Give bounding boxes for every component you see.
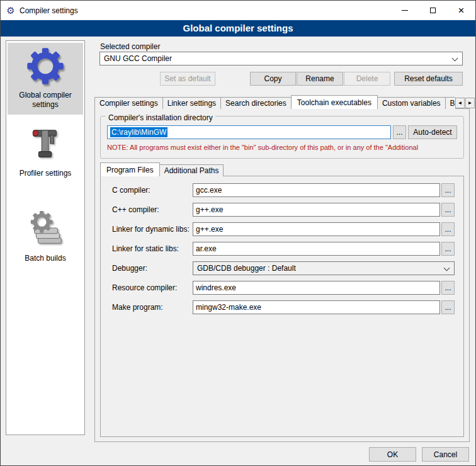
minimize-button[interactable] — [390, 1, 419, 20]
toolchain-executables-panel: Compiler's installation directory C:\ray… — [94, 108, 470, 442]
selected-compiler-label: Selected compiler — [100, 42, 160, 51]
cancel-button[interactable]: Cancel — [422, 447, 469, 462]
bin-subdirectory-note: NOTE: All programs must exist either in … — [107, 144, 418, 151]
installation-directory-group: Compiler's installation directory C:\ray… — [100, 111, 464, 159]
set-as-default-button: Set as default — [160, 72, 215, 86]
c-compiler-browse-button[interactable]: ... — [441, 183, 455, 197]
tab-scroll-left-icon[interactable]: ◄ — [455, 98, 465, 108]
form-row-debugger: Debugger: GDB/CDB debugger : Default — [112, 261, 455, 275]
auto-detect-button[interactable]: Auto-detect — [408, 125, 457, 139]
groupbox-title: Compiler's installation directory — [106, 113, 215, 122]
field-label: Linker for static libs: — [112, 244, 193, 253]
minimize-icon — [402, 10, 408, 11]
sidebar-item-label: Global compiler settings — [9, 91, 82, 110]
form-row-static-linker: Linker for static libs: ... — [112, 242, 455, 256]
form-row-make-program: Make program: ... — [112, 300, 455, 314]
close-icon: × — [458, 5, 465, 16]
install-dir-browse-button[interactable]: ... — [393, 125, 406, 139]
form-row-dynamic-linker: Linker for dynamic libs: ... — [112, 222, 455, 236]
field-label: C++ compiler: — [112, 205, 193, 214]
debugger-select-value: GDB/CDB debugger : Default — [197, 264, 296, 273]
reset-defaults-button[interactable]: Reset defaults — [394, 72, 463, 86]
tab-search-directories[interactable]: Search directories — [220, 97, 292, 109]
make-program-input[interactable] — [193, 300, 440, 314]
app-icon: ⚙ — [6, 5, 16, 16]
dynamic-libs-linker-input[interactable] — [193, 222, 440, 236]
chevron-down-icon — [452, 55, 458, 62]
cpp-compiler-browse-button[interactable]: ... — [441, 203, 455, 217]
tab-linker-settings[interactable]: Linker settings — [162, 97, 221, 109]
tab-custom-variables[interactable]: Custom variables — [377, 97, 446, 109]
blue-gear-icon — [26, 47, 65, 86]
static-libs-linker-input[interactable] — [193, 242, 440, 256]
subtab-program-files[interactable]: Program Files — [100, 162, 160, 176]
c-compiler-input[interactable] — [193, 183, 440, 197]
dialog-body: Global compiler settings Profiler settin… — [1, 37, 475, 466]
profiler-tool-icon — [26, 125, 65, 164]
install-dir-selected-text: C:\raylib\MinGW — [110, 127, 167, 137]
copy-button[interactable]: Copy — [250, 72, 296, 86]
category-sidebar: Global compiler settings Profiler settin… — [6, 40, 85, 435]
ok-button[interactable]: OK — [369, 447, 416, 462]
cpp-compiler-input[interactable] — [193, 203, 440, 217]
close-button[interactable]: × — [447, 1, 475, 20]
sidebar-item-label: Profiler settings — [20, 169, 72, 178]
field-label: Make program: — [112, 303, 193, 312]
window-controls: × — [390, 1, 475, 20]
field-label: Debugger: — [112, 264, 193, 273]
resource-compiler-browse-button[interactable]: ... — [441, 281, 455, 295]
tab-scroll-right-icon[interactable]: ► — [465, 98, 475, 108]
form-row-resource-compiler: Resource compiler: ... — [112, 281, 455, 295]
page-title: Global compiler settings — [1, 20, 475, 37]
tab-compiler-settings[interactable]: Compiler settings — [94, 97, 163, 109]
sidebar-item-profiler-settings[interactable]: Profiler settings — [8, 121, 83, 183]
chevron-down-icon — [444, 265, 450, 271]
rename-button[interactable]: Rename — [297, 72, 343, 86]
sidebar-item-global-compiler-settings[interactable]: Global compiler settings — [8, 43, 83, 115]
tab-build-options[interactable]: Buil — [445, 97, 455, 109]
field-label: C compiler: — [112, 186, 193, 195]
form-row-c-compiler: C compiler: ... — [112, 183, 455, 197]
form-row-cpp-compiler: C++ compiler: ... — [112, 203, 455, 217]
settings-tab-bar: Compiler settings Linker settings Search… — [94, 95, 455, 109]
installation-directory-row: C:\raylib\MinGW ... Auto-detect — [107, 125, 457, 139]
tab-toolchain-executables[interactable]: Toolchain executables — [291, 95, 378, 109]
field-label: Linker for dynamic libs: — [112, 225, 193, 234]
subtab-additional-paths[interactable]: Additional Paths — [159, 164, 224, 176]
sidebar-item-batch-builds[interactable]: Batch builds — [8, 206, 83, 268]
install-dir-input[interactable]: C:\raylib\MinGW — [107, 125, 391, 139]
window-title: Compiler settings — [20, 6, 78, 15]
program-files-panel: C compiler: ... C++ compiler: ... Linker… — [100, 176, 464, 437]
maximize-icon — [430, 8, 436, 13]
dynamic-libs-linker-browse-button[interactable]: ... — [441, 222, 455, 236]
static-libs-linker-browse-button[interactable]: ... — [441, 242, 455, 256]
batch-builds-icon — [26, 210, 65, 249]
sidebar-item-label: Batch builds — [25, 254, 65, 263]
delete-button: Delete — [344, 72, 390, 86]
title-bar: ⚙ Compiler settings × — [1, 1, 475, 20]
debugger-select[interactable]: GDB/CDB debugger : Default — [193, 261, 455, 275]
compiler-select[interactable]: GNU GCC Compiler — [99, 52, 463, 65]
executables-subtab-bar: Program Files Additional Paths — [100, 163, 459, 176]
maximize-button[interactable] — [419, 1, 447, 20]
compiler-select-value: GNU GCC Compiler — [104, 54, 172, 63]
make-program-browse-button[interactable]: ... — [441, 300, 455, 314]
field-label: Resource compiler: — [112, 283, 193, 292]
resource-compiler-input[interactable] — [193, 281, 440, 295]
compiler-settings-dialog: ⚙ Compiler settings × Global compiler se… — [0, 0, 476, 466]
